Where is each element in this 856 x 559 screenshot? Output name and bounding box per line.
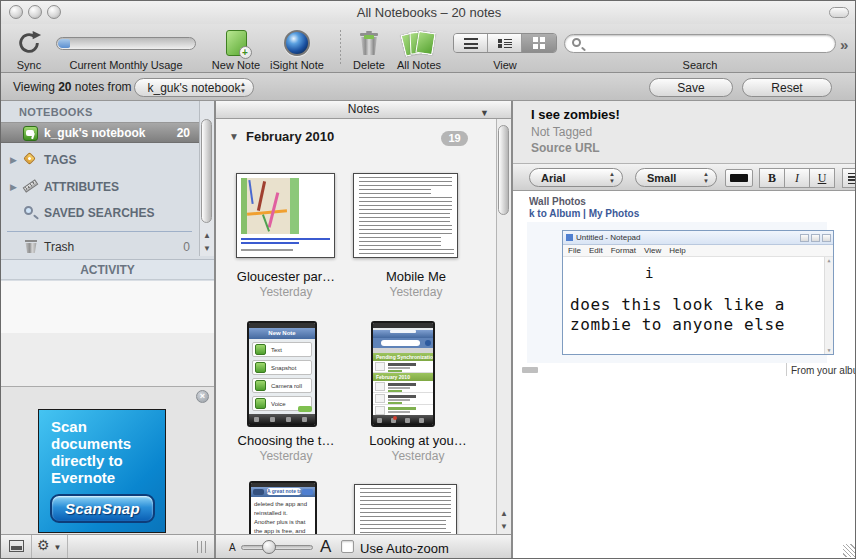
sidebar-item-tags[interactable]: ▶ TAGS — [1, 151, 199, 169]
trash-count: 0 — [183, 240, 190, 254]
scrollbar-thumb[interactable] — [498, 125, 509, 215]
note-title[interactable]: Mobile Me — [346, 269, 486, 284]
viewing-status: Viewing 20 notes from — [13, 80, 132, 94]
align-left-button[interactable] — [842, 168, 856, 188]
date-group-header[interactable]: February 2010 — [246, 129, 334, 144]
scansnap-logo-button[interactable]: ScanSnap — [50, 494, 155, 523]
minimize-icon — [800, 234, 809, 242]
window-title: All Notebooks – 20 notes — [1, 5, 856, 20]
font-family-dropdown[interactable]: Arial ▲▼ — [529, 168, 623, 187]
isight-note-button[interactable]: iSight Note — [267, 29, 327, 71]
italic-button[interactable]: I — [784, 168, 810, 188]
note-title[interactable]: Looking at you… — [348, 433, 488, 448]
illegible-text — [522, 367, 538, 373]
note-stack-icon — [392, 29, 446, 57]
color-swatch — [730, 174, 748, 182]
scroll-up-arrow[interactable]: ▲ — [497, 507, 511, 520]
sync-button[interactable]: Sync — [9, 29, 49, 71]
separator — [31, 535, 32, 558]
notebooks-section-header: NOTEBOOKS — [19, 106, 93, 118]
font-size-dropdown[interactable]: Small ▲▼ — [635, 168, 717, 187]
note-thumbnail-looking[interactable]: Pending Synchronizations February 2010 — [371, 321, 435, 427]
disclosure-triangle-icon[interactable]: ▶ — [10, 155, 17, 165]
all-notes-button[interactable]: All Notes — [392, 29, 446, 71]
trash-icon — [25, 240, 37, 253]
camera-lens-icon — [267, 29, 327, 57]
search-area: Search — [563, 29, 837, 71]
sidebar-scrollbar: ▲ ▼ — [199, 101, 214, 256]
note-thumbnail-text[interactable] — [354, 484, 457, 534]
thumbnail-view-icon — [533, 37, 545, 49]
note-content: Wall Photos k to Album | My Photos Untit… — [513, 191, 856, 558]
sidebar-item-saved-searches[interactable]: SAVED SEARCHES — [1, 204, 199, 222]
close-ad-icon[interactable]: × — [196, 390, 209, 403]
zoom-slider-thumb[interactable] — [262, 540, 276, 554]
note-title[interactable]: Choosing the t… — [216, 433, 356, 448]
new-note-button[interactable]: + New Note — [205, 29, 267, 71]
window-resize-grip[interactable] — [843, 544, 856, 557]
link-text-line — [241, 242, 299, 244]
gear-button[interactable]: ⚙ ▼ — [37, 537, 61, 553]
sidebar-item-trash[interactable]: Trash 0 — [1, 238, 199, 256]
autozoom-checkbox[interactable] — [341, 540, 354, 553]
save-button[interactable]: Save — [649, 78, 733, 97]
notebook-count-badge: 20 — [177, 126, 190, 140]
scroll-down-arrow[interactable]: ▼ — [497, 520, 511, 533]
note-thumbnail-phone-edit[interactable]: A great note taki… deleted the app and r… — [249, 481, 317, 534]
dropdown-arrows-icon: ▲▼ — [609, 171, 615, 185]
text-color-button[interactable] — [725, 169, 753, 187]
group-disclosure-icon[interactable]: ▼ — [229, 131, 239, 142]
toolbar-overflow-chevron[interactable]: » — [840, 36, 848, 53]
format-toolbar: Arial ▲▼ Small ▲▼ B I U — [513, 164, 856, 191]
sidebar-item-notebook[interactable]: k_guk's notebook 20 — [1, 122, 199, 143]
delete-button[interactable]: Delete — [348, 29, 390, 71]
disclosure-triangle-icon[interactable]: ▶ — [10, 182, 17, 192]
evernote-window: All Notebooks – 20 notes Sync Current Mo… — [0, 0, 856, 559]
filter-bar: Viewing 20 notes from k_guk's notebook ▲… — [1, 73, 856, 101]
bold-button[interactable]: B — [759, 168, 785, 188]
sidebar-divider — [7, 231, 192, 232]
note-date: Yesterday — [348, 449, 488, 463]
note-thumbnail-gloucester[interactable] — [236, 173, 335, 258]
usage-progress-fill — [58, 39, 70, 48]
note-date: Yesterday — [216, 449, 356, 463]
scansnap-ad[interactable]: Scan documents directly to Evernote Scan… — [38, 409, 166, 533]
view-thumbnail-button[interactable] — [522, 34, 556, 52]
view-list-button[interactable] — [454, 34, 488, 52]
align-left-icon — [848, 173, 856, 184]
sidebar-item-attributes[interactable]: ▶ ATTRIBUTES — [1, 178, 199, 196]
view-snippet-button[interactable] — [488, 34, 522, 52]
notebook-dropdown[interactable]: k_guk's notebook ▲▼ — [134, 78, 254, 97]
close-icon — [822, 234, 831, 242]
note-date: Yesterday — [346, 285, 486, 299]
resize-grip[interactable] — [197, 541, 209, 553]
scrollbar-thumb[interactable] — [201, 119, 212, 223]
notes-list-pane: Notes ▼ ▼ February 2010 19 — [216, 101, 511, 558]
webclip-from-album-link[interactable]: From your albu — [791, 365, 856, 376]
scroll-up-arrow[interactable]: ▲ — [200, 229, 214, 242]
search-icon — [24, 206, 33, 215]
note-title[interactable]: I see zombies! — [531, 107, 620, 122]
scroll-down-arrow[interactable]: ▼ — [200, 242, 214, 255]
note-source-url[interactable]: Source URL — [531, 141, 600, 155]
ruler-icon — [23, 179, 39, 193]
caption-text-line — [241, 249, 293, 251]
note-title[interactable]: Gloucester par… — [222, 269, 350, 284]
zoom-slider-track[interactable] — [241, 545, 313, 550]
title-bar: All Notebooks – 20 notes — [1, 1, 856, 24]
note-thumbnail-choosing[interactable]: New Note Text Snapshot Camera roll Voice — [247, 321, 317, 427]
toolbar-toggle-button[interactable] — [829, 7, 849, 18]
search-input[interactable] — [585, 36, 827, 51]
notepad-text: i does this look like a zombie to anyone… — [563, 257, 833, 354]
panel-toggle-button[interactable] — [9, 540, 24, 552]
note-info-header: I see zombies! Not Tagged Source URL — [513, 101, 856, 164]
note-thumbnail-mobileme[interactable] — [353, 173, 458, 258]
separator — [67, 535, 68, 558]
underline-button[interactable]: U — [809, 168, 835, 188]
search-box[interactable] — [564, 34, 836, 53]
activity-section-header[interactable]: ACTIVITY — [1, 259, 214, 280]
webclip-links[interactable]: k to Album | My Photos — [529, 208, 639, 219]
snippet-view-icon — [498, 38, 512, 49]
reset-button[interactable]: Reset — [742, 78, 832, 97]
note-tags[interactable]: Not Tagged — [531, 125, 592, 139]
